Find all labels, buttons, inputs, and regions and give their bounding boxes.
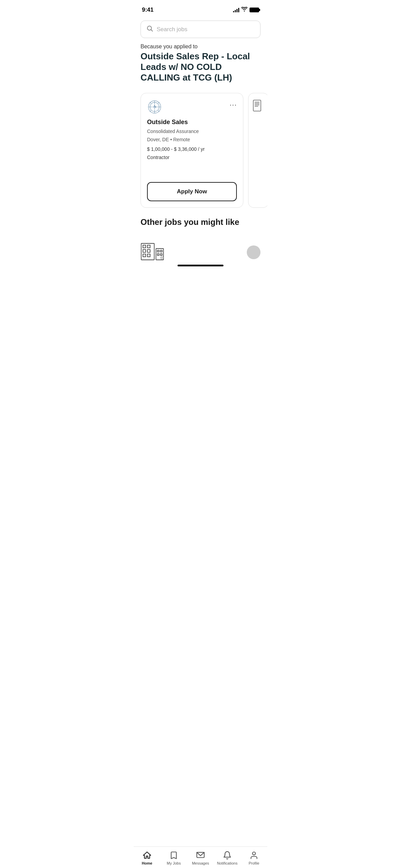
svg-point-37 [160, 256, 163, 260]
status-time: 9:41 [142, 7, 154, 13]
svg-rect-28 [143, 250, 146, 252]
apply-now-button[interactable]: Apply Now [147, 182, 237, 201]
other-jobs-section: Other jobs you might like [134, 212, 267, 235]
svg-rect-26 [143, 245, 146, 248]
svg-line-1 [151, 30, 153, 32]
job-card-partial [248, 93, 267, 208]
svg-rect-29 [147, 250, 150, 252]
battery-icon [250, 8, 259, 12]
signal-icon [233, 8, 239, 12]
card-salary: $ 1,00,000 - $ 3,36,000 / yr [147, 146, 237, 152]
search-bar[interactable]: Search jobs [141, 21, 260, 38]
card-job-title: Outside Sales [147, 119, 237, 126]
wifi-icon [241, 7, 247, 13]
building-icon [141, 240, 165, 263]
other-jobs-title: Other jobs you might like [141, 217, 260, 227]
card-type: Contractor [147, 155, 237, 160]
applied-section: Because you applied to Outside Sales Rep… [134, 44, 267, 89]
search-icon [146, 25, 153, 34]
search-container: Search jobs [134, 17, 267, 44]
search-input-placeholder: Search jobs [157, 26, 187, 33]
bottom-preview [134, 235, 267, 263]
home-indicator [178, 265, 223, 266]
card-location: Dover, DE • Remote [147, 137, 237, 142]
preview-circle [247, 245, 260, 259]
svg-rect-33 [157, 250, 159, 252]
job-card-main: ... Outside Sales Consolidated Assurance… [141, 93, 243, 208]
svg-rect-36 [160, 254, 162, 255]
company-logo [147, 99, 162, 114]
svg-rect-31 [147, 254, 150, 257]
card-header: ... [147, 99, 237, 114]
svg-rect-34 [160, 250, 162, 252]
applied-subtitle: Because you applied to [141, 44, 260, 50]
more-options-button[interactable]: ... [230, 99, 237, 107]
status-icons [233, 7, 259, 13]
svg-rect-20 [253, 100, 261, 111]
status-bar: 9:41 [134, 0, 267, 17]
svg-rect-35 [157, 254, 159, 255]
svg-rect-27 [147, 245, 150, 248]
applied-title: Outside Sales Rep - Local Leads w/ NO CO… [141, 51, 260, 83]
job-cards-scroll[interactable]: ... Outside Sales Consolidated Assurance… [134, 89, 267, 212]
card-company: Consolidated Assurance [147, 129, 237, 134]
svg-rect-30 [143, 254, 146, 257]
